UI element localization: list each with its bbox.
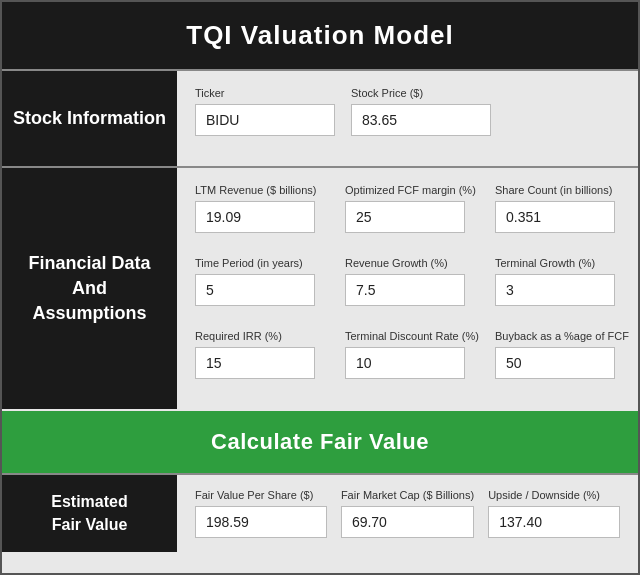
stock-info-row: Stock Information Ticker Stock Price ($): [2, 69, 638, 166]
calculate-button[interactable]: Calculate Fair Value: [2, 411, 638, 473]
ltm-revenue-group: LTM Revenue ($ billions): [195, 184, 315, 233]
fcf-margin-label: Optimized FCF margin (%): [345, 184, 465, 196]
buyback-group: Buyback as a %age of FCF: [495, 330, 615, 379]
ltm-revenue-label: LTM Revenue ($ billions): [195, 184, 315, 196]
financial-data-content: LTM Revenue ($ billions) Optimized FCF m…: [177, 168, 640, 409]
share-count-group: Share Count (in billions): [495, 184, 615, 233]
stock-price-field-group: Stock Price ($): [351, 87, 491, 136]
required-irr-label: Required IRR (%): [195, 330, 315, 342]
upside-downside-label: Upside / Downside (%): [488, 489, 620, 501]
time-period-label: Time Period (in years): [195, 257, 315, 269]
stock-info-label-text: Stock Information: [13, 106, 166, 131]
time-period-input[interactable]: [195, 274, 315, 306]
ticker-input[interactable]: [195, 104, 335, 136]
ticker-field-group: Ticker: [195, 87, 335, 136]
share-count-input[interactable]: [495, 201, 615, 233]
fair-market-cap-group: Fair Market Cap ($ Billions): [341, 489, 474, 538]
title-text: TQI Valuation Model: [186, 20, 453, 50]
fair-value-per-share-group: Fair Value Per Share ($): [195, 489, 327, 538]
calculate-btn-label: Calculate Fair Value: [211, 429, 429, 454]
terminal-discount-label: Terminal Discount Rate (%): [345, 330, 465, 342]
revenue-growth-group: Revenue Growth (%): [345, 257, 465, 306]
buyback-input[interactable]: [495, 347, 615, 379]
financial-data-row: Financial DataAndAssumptions LTM Revenue…: [2, 166, 638, 409]
financial-data-label: Financial DataAndAssumptions: [2, 168, 177, 409]
fair-value-content: Fair Value Per Share ($) Fair Market Cap…: [177, 475, 638, 552]
ltm-revenue-input[interactable]: [195, 201, 315, 233]
share-count-label: Share Count (in billions): [495, 184, 615, 196]
stock-info-content: Ticker Stock Price ($): [177, 71, 638, 166]
terminal-growth-label: Terminal Growth (%): [495, 257, 615, 269]
ticker-label: Ticker: [195, 87, 335, 99]
fair-value-per-share-input[interactable]: [195, 506, 327, 538]
upside-downside-group: Upside / Downside (%): [488, 489, 620, 538]
fair-value-label-text: EstimatedFair Value: [51, 491, 127, 536]
stock-info-label: Stock Information: [2, 71, 177, 166]
fair-value-row: EstimatedFair Value Fair Value Per Share…: [2, 473, 638, 552]
financial-label-text: Financial DataAndAssumptions: [28, 251, 150, 327]
revenue-growth-label: Revenue Growth (%): [345, 257, 465, 269]
terminal-growth-input[interactable]: [495, 274, 615, 306]
terminal-discount-input[interactable]: [345, 347, 465, 379]
stock-price-input[interactable]: [351, 104, 491, 136]
fair-market-cap-input[interactable]: [341, 506, 474, 538]
app-title: TQI Valuation Model: [2, 2, 638, 69]
terminal-growth-group: Terminal Growth (%): [495, 257, 615, 306]
stock-price-label: Stock Price ($): [351, 87, 491, 99]
fcf-margin-group: Optimized FCF margin (%): [345, 184, 465, 233]
revenue-growth-input[interactable]: [345, 274, 465, 306]
fcf-margin-input[interactable]: [345, 201, 465, 233]
required-irr-group: Required IRR (%): [195, 330, 315, 379]
terminal-discount-group: Terminal Discount Rate (%): [345, 330, 465, 379]
upside-downside-input[interactable]: [488, 506, 620, 538]
fair-value-label: EstimatedFair Value: [2, 475, 177, 552]
fair-value-per-share-label: Fair Value Per Share ($): [195, 489, 327, 501]
time-period-group: Time Period (in years): [195, 257, 315, 306]
required-irr-input[interactable]: [195, 347, 315, 379]
buyback-label: Buyback as a %age of FCF: [495, 330, 615, 342]
fair-market-cap-label: Fair Market Cap ($ Billions): [341, 489, 474, 501]
